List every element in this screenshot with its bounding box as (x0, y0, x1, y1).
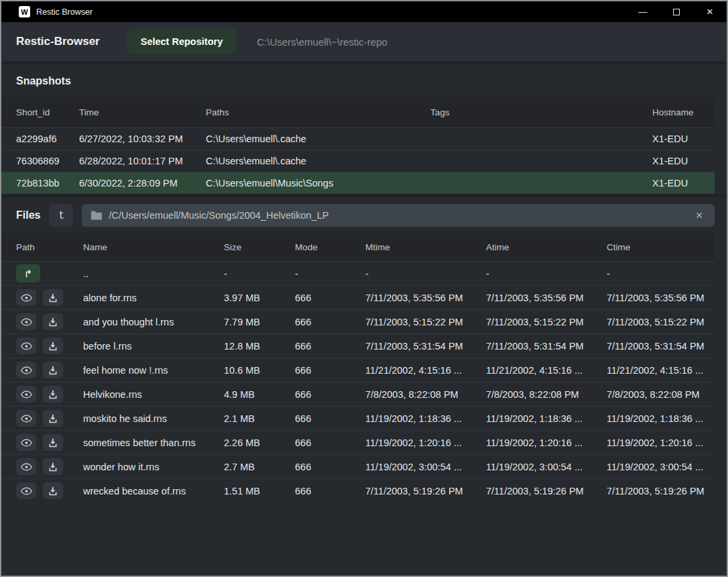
files-heading: Files (16, 209, 40, 221)
eye-icon (21, 342, 32, 350)
dump-snapshot-button[interactable]: t (49, 204, 73, 227)
snapshot-row[interactable]: 72b813bb 6/30/2022, 2:28:09 PM C:\Users\… (1, 172, 715, 194)
download-file-button[interactable] (43, 362, 63, 378)
file-mode: 666 (295, 413, 365, 424)
close-button[interactable]: ✕ (693, 1, 727, 22)
download-file-button[interactable] (43, 386, 63, 403)
current-path-bar[interactable]: /C/Users/emuell/Music/Songs/2004_Helveti… (82, 204, 715, 227)
file-row[interactable]: and you thought l.rns 7.79 MB 666 7/11/2… (1, 309, 715, 333)
download-file-button[interactable] (43, 410, 63, 427)
file-atime: 11/19/2002, 3:00:54 ... (486, 462, 607, 472)
column-mode: Mode (295, 242, 365, 252)
maximize-icon (673, 9, 680, 15)
snapshot-hostname: X1-EDU (652, 134, 715, 144)
file-size: 4.9 MB (224, 389, 295, 400)
eye-icon (21, 463, 32, 471)
preview-file-button[interactable] (16, 482, 36, 499)
eye-icon (21, 439, 32, 447)
file-name: moskito he said.rns (83, 413, 224, 424)
select-repository-button[interactable]: Select Repository (127, 29, 237, 54)
snapshot-time: 6/28/2022, 10:01:17 PM (79, 156, 206, 166)
file-name: wonder how it.rns (83, 462, 224, 472)
file-mode: 666 (295, 437, 365, 448)
snapshot-row[interactable]: 76306869 6/28/2022, 10:01:17 PM C:\Users… (1, 150, 715, 172)
file-ctime: 7/11/2003, 5:15:22 PM (607, 317, 715, 327)
file-ctime: 7/11/2003, 5:19:26 PM (607, 486, 715, 496)
repository-path: C:\Users\emuell\~\restic-repo (257, 36, 387, 48)
preview-file-button[interactable] (16, 362, 36, 378)
download-file-button[interactable] (43, 289, 63, 306)
download-file-button[interactable] (43, 337, 63, 354)
file-row[interactable]: feel home now !.rns 10.6 MB 666 11/21/20… (1, 358, 715, 382)
download-icon (48, 342, 58, 351)
eye-icon (21, 415, 32, 423)
current-path: /C/Users/emuell/Music/Songs/2004_Helveti… (109, 210, 686, 221)
maximize-button[interactable] (660, 1, 693, 22)
file-name: .. (83, 268, 224, 279)
snapshots-heading: Snapshots (1, 64, 727, 97)
file-row[interactable]: alone for.rns 3.97 MB 666 7/11/2003, 5:3… (1, 285, 715, 309)
download-file-button[interactable] (43, 434, 63, 451)
file-mtime: 7/11/2003, 5:35:56 PM (365, 293, 486, 303)
file-name: before l.rns (83, 341, 224, 352)
file-row[interactable]: wonder how it.rns 2.7 MB 666 11/19/2002,… (1, 454, 715, 478)
download-icon (48, 462, 58, 472)
file-ctime: 11/21/2002, 4:15:16 ... (607, 365, 715, 376)
preview-file-button[interactable] (16, 434, 36, 451)
file-row[interactable]: moskito he said.rns 2.1 MB 666 11/19/200… (1, 406, 715, 430)
file-row[interactable]: Helvikone.rns 4.9 MB 666 7/8/2003, 8:22:… (1, 382, 715, 406)
file-name: feel home now !.rns (83, 365, 224, 376)
download-file-button[interactable] (43, 313, 63, 330)
snapshot-paths: C:\Users\emuell\.cache (206, 156, 430, 166)
download-file-button[interactable] (43, 458, 63, 475)
download-icon (48, 366, 58, 375)
file-atime: 11/21/2002, 4:15:16 ... (486, 365, 607, 376)
file-row[interactable]: wrecked because of.rns 1.51 MB 666 7/11/… (1, 478, 715, 503)
clear-path-button[interactable]: ✕ (692, 209, 706, 222)
titlebar[interactable]: W Restic Browser — ✕ (1, 1, 727, 22)
file-atime: 11/19/2002, 1:20:16 ... (486, 437, 607, 448)
file-ctime: 7/11/2003, 5:31:54 PM (607, 341, 715, 352)
file-mode: 666 (295, 293, 365, 303)
snapshot-short-id: 76306869 (16, 156, 79, 166)
snapshots-table-header: Short_id Time Paths Tags Hostname (1, 97, 715, 127)
file-row[interactable]: sometimes better than.rns 2.26 MB 666 11… (1, 430, 715, 454)
eye-icon (21, 366, 32, 374)
preview-file-button[interactable] (16, 313, 36, 330)
preview-file-button[interactable] (16, 386, 36, 403)
file-mtime: 11/19/2002, 1:18:36 ... (365, 413, 486, 424)
file-atime: 7/8/2003, 8:22:08 PM (486, 389, 607, 400)
file-ctime: 11/19/2002, 3:00:54 ... (607, 462, 715, 472)
window-controls: — ✕ (626, 1, 727, 22)
preview-file-button[interactable] (16, 337, 36, 354)
column-size: Size (224, 242, 295, 252)
file-size: - (224, 268, 295, 279)
file-mtime: 11/21/2002, 4:15:16 ... (365, 365, 486, 376)
file-ctime: - (607, 268, 715, 279)
file-mode: 666 (295, 317, 365, 327)
preview-file-button[interactable] (16, 289, 36, 306)
preview-file-button[interactable] (16, 458, 36, 475)
file-atime: 7/11/2003, 5:31:54 PM (486, 341, 607, 352)
download-file-button[interactable] (43, 482, 63, 499)
minimize-button[interactable]: — (626, 1, 660, 22)
snapshot-row[interactable]: a2299af6 6/27/2022, 10:03:32 PM C:\Users… (1, 127, 715, 150)
download-icon (48, 317, 58, 327)
column-tags: Tags (430, 107, 652, 117)
parent-directory-row[interactable]: ↱ .. - - - - - (1, 261, 715, 285)
file-row[interactable]: before l.rns 12.8 MB 666 7/11/2003, 5:31… (1, 333, 715, 358)
file-mode: 666 (295, 389, 365, 400)
file-mtime: 7/11/2003, 5:15:22 PM (365, 317, 486, 327)
app-window: W Restic Browser — ✕ Restic-Browser Sele… (0, 0, 728, 577)
empty-area (1, 503, 727, 576)
file-mtime: 11/19/2002, 1:20:16 ... (365, 437, 486, 448)
file-atime: 11/19/2002, 1:18:36 ... (486, 413, 607, 424)
up-directory-button[interactable]: ↱ (16, 264, 40, 282)
file-name: Helvikone.rns (83, 389, 224, 400)
column-atime: Atime (486, 242, 607, 252)
eye-icon (21, 487, 32, 495)
snapshot-paths: C:\Users\emuell\.cache (206, 134, 430, 144)
window-title: Restic Browser (36, 7, 93, 17)
file-name: and you thought l.rns (83, 317, 224, 327)
preview-file-button[interactable] (16, 410, 36, 427)
